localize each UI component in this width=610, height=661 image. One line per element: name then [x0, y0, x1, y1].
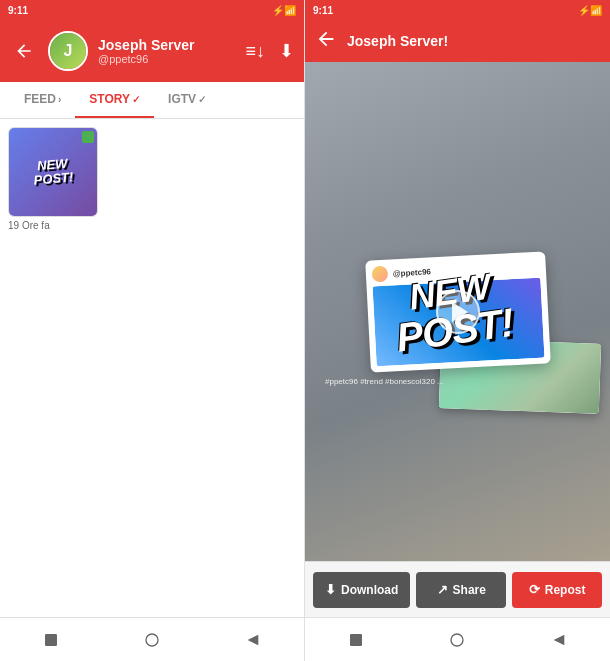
status-bar-left: 9:11 ⚡📶 — [0, 0, 304, 20]
tab-igtv[interactable]: IGTV✓ — [154, 82, 220, 118]
header-username: Joseph Server — [98, 37, 235, 53]
header-handle: @ppetc96 — [98, 53, 235, 65]
share-button[interactable]: ↗ Share — [416, 572, 506, 608]
nav-circle-left[interactable] — [142, 630, 162, 650]
repost-button[interactable]: ⟳ Repost — [512, 572, 602, 608]
nav-circle-right[interactable] — [447, 630, 467, 650]
tabs: FEED› STORY✓ IGTV✓ — [0, 82, 304, 119]
tab-story[interactable]: STORY✓ — [75, 82, 154, 118]
right-panel: 9:11 ⚡📶 Joseph Server! @ppetc96 NEW POST… — [305, 0, 610, 661]
svg-point-3 — [451, 634, 463, 646]
corner-badge — [82, 131, 94, 143]
story-time: 19 Ore fa — [8, 220, 296, 231]
thumbnail-inner: NEWPOST! — [9, 128, 97, 216]
sort-icon[interactable]: ≡↓ — [245, 41, 265, 62]
nav-triangle-right[interactable] — [549, 630, 569, 650]
time-right: 9:11 — [313, 5, 333, 16]
story-preview: @ppetc96 NEW POST! #ppetc96 #trend #bone… — [305, 62, 610, 561]
bottom-nav-left — [0, 617, 304, 661]
share-label: Share — [453, 583, 486, 597]
download-icon[interactable]: ⬇ — [279, 40, 294, 62]
bottom-actions: ⬇ Download ↗ Share ⟳ Repost — [305, 561, 610, 617]
play-button[interactable] — [436, 290, 480, 334]
svg-point-1 — [146, 634, 158, 646]
status-icons-left: ⚡📶 — [272, 5, 296, 16]
download-label: Download — [341, 583, 398, 597]
share-btn-icon: ↗ — [437, 582, 448, 597]
status-bar-right: 9:11 ⚡📶 — [305, 0, 610, 20]
svg-rect-0 — [45, 634, 57, 646]
bottom-nav-right — [305, 617, 610, 661]
right-title: Joseph Server! — [347, 33, 600, 49]
hashtag-text: #ppetc96 #trend #bonescol320 ... — [325, 377, 444, 386]
back-button-right[interactable] — [315, 28, 337, 55]
story-thumbnail-wrapper: NEWPOST! 19 Ore fa — [8, 127, 296, 231]
svg-rect-2 — [350, 634, 362, 646]
thumbnail-text: NEWPOST! — [32, 156, 74, 188]
header-icons: ≡↓ ⬇ — [245, 40, 294, 62]
right-header: Joseph Server! — [305, 20, 610, 62]
tab-feed[interactable]: FEED› — [10, 82, 75, 118]
avatar-left[interactable]: J — [48, 31, 88, 71]
story-thumbnail[interactable]: NEWPOST! — [8, 127, 98, 217]
nav-triangle-left[interactable] — [243, 630, 263, 650]
feed-content: NEWPOST! 19 Ore fa — [0, 119, 304, 617]
nav-square-right[interactable] — [346, 630, 366, 650]
status-icons-right: ⚡📶 — [578, 5, 602, 16]
left-header: J Joseph Server @ppetc96 ≡↓ ⬇ — [0, 20, 304, 82]
download-btn-icon: ⬇ — [325, 582, 336, 597]
play-triangle-icon — [452, 302, 468, 322]
nav-square-left[interactable] — [41, 630, 61, 650]
post-card-avatar — [371, 265, 388, 282]
time-left: 9:11 — [8, 5, 28, 16]
repost-label: Repost — [545, 583, 586, 597]
back-button-left[interactable] — [10, 37, 38, 65]
left-panel: 9:11 ⚡📶 J Joseph Server @ppetc96 ≡↓ ⬇ FE… — [0, 0, 305, 661]
header-info-left: Joseph Server @ppetc96 — [98, 37, 235, 65]
repost-btn-icon: ⟳ — [529, 582, 540, 597]
download-button[interactable]: ⬇ Download — [313, 572, 410, 608]
